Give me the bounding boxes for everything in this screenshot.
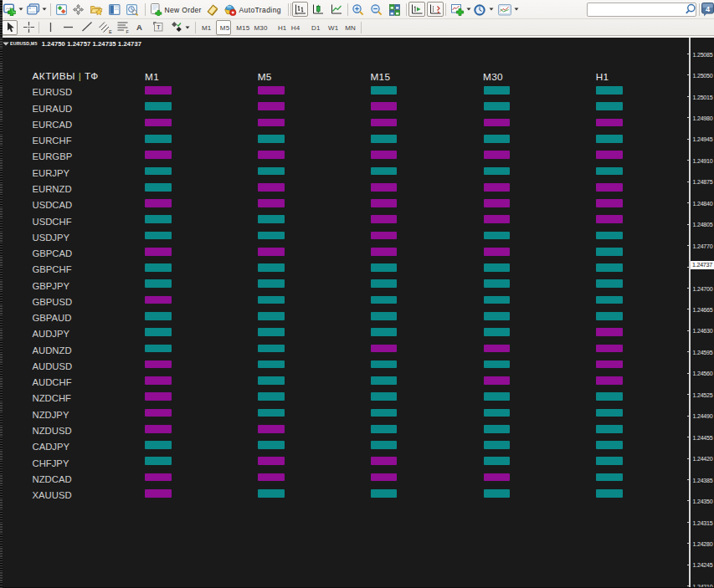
svg-text:4: 4 (706, 5, 710, 13)
svg-text:E: E (109, 28, 112, 33)
svg-text:F: F (126, 28, 130, 33)
svg-text:T: T (157, 23, 161, 31)
